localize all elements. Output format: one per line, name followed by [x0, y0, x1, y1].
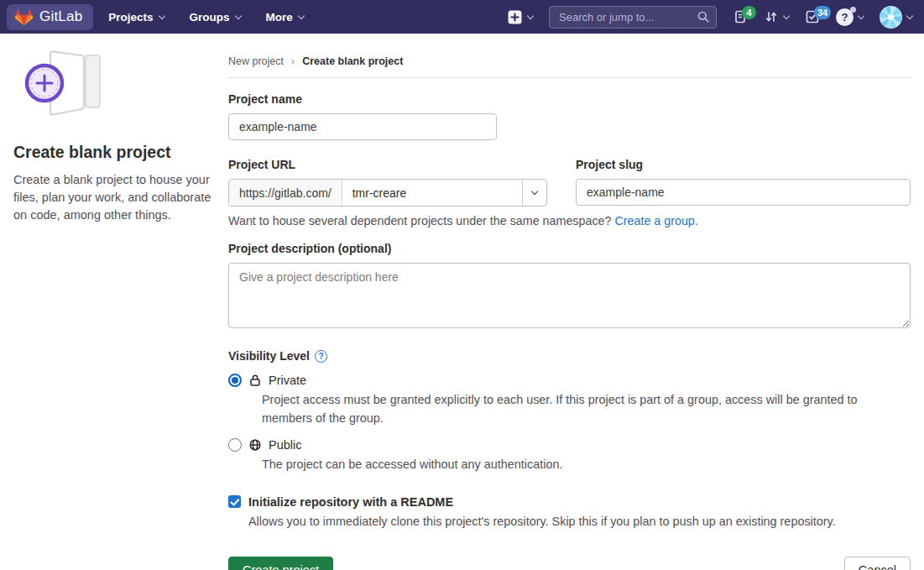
page-title: Create blank project — [13, 143, 217, 162]
page-description: Create a blank project to house your fil… — [13, 171, 217, 224]
search-input[interactable] — [549, 6, 717, 29]
namespace-select[interactable]: tmr-creare — [342, 180, 522, 206]
readme-checkbox[interactable] — [228, 495, 241, 508]
gitlab-tanuki-icon — [14, 8, 34, 26]
breadcrumb-separator: › — [291, 55, 295, 67]
visibility-option-public: Public The project can be accessed witho… — [228, 438, 911, 474]
todos-button[interactable]: 34 — [805, 9, 820, 24]
project-url-group: https://gitlab.com/ tmr-creare — [228, 179, 547, 207]
form-actions: Create project Cancel — [228, 557, 911, 570]
merge-request-icon — [764, 9, 779, 24]
merge-requests-button[interactable] — [764, 9, 789, 24]
top-navbar: GitLab Projects Groups More — [0, 0, 924, 34]
breadcrumb-new-project[interactable]: New project — [228, 55, 284, 67]
project-url-label: Project URL — [228, 158, 547, 171]
private-radio[interactable] — [228, 374, 242, 387]
form-panel: New project › Create blank project Proje… — [228, 42, 911, 570]
page-content: Create blank project Create a blank proj… — [0, 34, 924, 570]
chevron-down-icon — [298, 12, 305, 18]
chevron-down-icon — [858, 12, 864, 18]
visibility-option-private: Private Project access must be granted e… — [228, 374, 911, 427]
project-slug-input[interactable] — [576, 179, 911, 206]
nav-item-projects-label: Projects — [108, 11, 153, 24]
project-name-label: Project name — [228, 92, 911, 106]
nav-item-more-label: More — [266, 11, 293, 24]
visibility-help-icon[interactable]: ? — [315, 350, 327, 363]
divider — [228, 77, 911, 78]
project-slug-label: Project slug — [576, 158, 911, 171]
issues-count-badge: 4 — [742, 6, 756, 19]
chevron-down-icon — [906, 12, 913, 18]
private-option-label[interactable]: Private — [269, 374, 306, 387]
project-description-textarea[interactable] — [228, 263, 911, 328]
todos-count-badge: 34 — [814, 6, 831, 19]
globe-icon — [248, 438, 262, 452]
blank-project-illustration-icon — [15, 44, 217, 126]
user-avatar — [880, 6, 902, 29]
nav-item-groups-label: Groups — [190, 11, 230, 24]
help-menu-button[interactable]: ? — [836, 8, 864, 26]
search-icon[interactable] — [697, 10, 710, 27]
readme-section: Initialize repository with a README Allo… — [228, 495, 911, 531]
nav-item-more[interactable]: More — [266, 11, 304, 24]
public-option-description: The project can be accessed without any … — [262, 456, 908, 474]
namespace-select-caret[interactable] — [522, 180, 546, 206]
private-option-description: Project access must be granted explicitl… — [262, 391, 908, 427]
chevron-down-icon — [531, 188, 538, 195]
lock-icon — [248, 374, 262, 387]
nav-right: 4 34 ? — [508, 6, 912, 29]
chevron-down-icon — [234, 12, 241, 18]
help-question-icon: ? — [836, 8, 854, 26]
create-group-link[interactable]: Create a group. — [614, 214, 697, 227]
url-slug-row: Project URL https://gitlab.com/ tmr-crea… — [228, 158, 911, 207]
gitlab-logo-text: GitLab — [39, 8, 82, 25]
chevron-down-icon — [158, 12, 164, 18]
visibility-level-label: Visibility Level — [228, 349, 310, 363]
nav-menu: Projects Groups More — [108, 11, 304, 24]
namespace-hint-text: Want to house several dependent projects… — [228, 214, 611, 227]
public-option-label[interactable]: Public — [269, 438, 302, 452]
issues-button[interactable]: 4 — [733, 9, 748, 24]
left-panel: Create blank project Create a blank proj… — [13, 42, 228, 570]
readme-label[interactable]: Initialize repository with a README — [248, 495, 453, 509]
visibility-section: Visibility Level ? Private Project acces… — [228, 349, 911, 474]
breadcrumb: New project › Create blank project — [228, 55, 911, 67]
chevron-down-icon — [527, 12, 534, 18]
global-search — [549, 6, 717, 29]
breadcrumb-current: Create blank project — [302, 55, 403, 67]
chevron-down-icon — [783, 12, 790, 18]
cancel-button[interactable]: Cancel — [844, 557, 911, 570]
project-description-label: Project description (optional) — [228, 242, 911, 255]
public-radio[interactable] — [228, 438, 242, 452]
plus-square-icon — [508, 10, 522, 24]
namespace-hint: Want to house several dependent projects… — [228, 214, 911, 227]
project-name-input[interactable] — [228, 113, 497, 140]
nav-item-projects[interactable]: Projects — [108, 11, 164, 24]
create-project-button[interactable]: Create project — [228, 557, 333, 570]
gitlab-home-link[interactable]: GitLab — [7, 4, 93, 30]
new-menu-button[interactable] — [508, 10, 533, 24]
readme-description: Allows you to immediately clone this pro… — [248, 513, 911, 531]
url-prefix: https://gitlab.com/ — [229, 180, 342, 206]
user-menu-button[interactable] — [880, 6, 912, 29]
notification-dot — [850, 7, 856, 13]
nav-item-groups[interactable]: Groups — [190, 11, 241, 24]
